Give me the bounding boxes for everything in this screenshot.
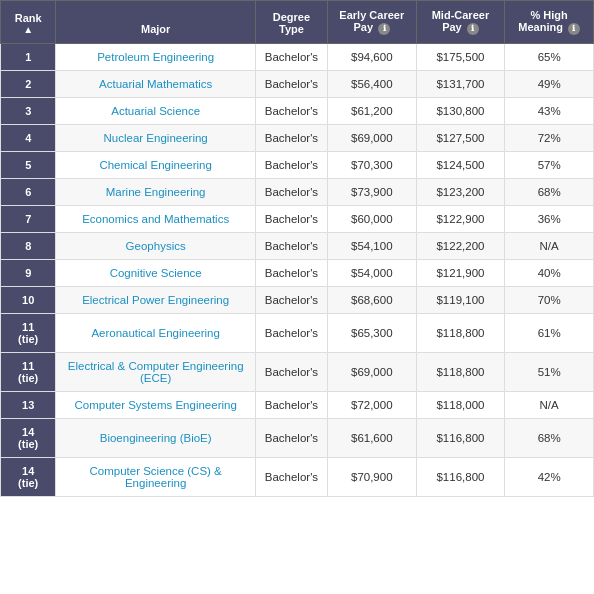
degree-type-cell: Bachelor's	[255, 206, 327, 233]
degree-type-cell: Bachelor's	[255, 260, 327, 287]
mid-career-pay-cell: $131,700	[416, 71, 505, 98]
table-row: 13Computer Systems EngineeringBachelor's…	[1, 392, 594, 419]
major-cell[interactable]: Aeronautical Engineering	[56, 314, 256, 353]
major-cell[interactable]: Computer Systems Engineering	[56, 392, 256, 419]
rank-cell: 8	[1, 233, 56, 260]
early-career-pay-cell: $70,300	[327, 152, 416, 179]
rank-cell: 10	[1, 287, 56, 314]
table-row: 8GeophysicsBachelor's$54,100$122,200N/A	[1, 233, 594, 260]
high-meaning-cell: 57%	[505, 152, 594, 179]
rank-cell: 2	[1, 71, 56, 98]
early-career-pay-cell: $68,600	[327, 287, 416, 314]
rank-cell: 13	[1, 392, 56, 419]
degree-type-cell: Bachelor's	[255, 233, 327, 260]
rank-cell: 11 (tie)	[1, 314, 56, 353]
major-cell[interactable]: Electrical Power Engineering	[56, 287, 256, 314]
rank-cell: 7	[1, 206, 56, 233]
mid-career-pay-cell: $130,800	[416, 98, 505, 125]
high-meaning-cell: 51%	[505, 353, 594, 392]
rank-cell: 14 (tie)	[1, 458, 56, 497]
degree-type-cell: Bachelor's	[255, 71, 327, 98]
mid-career-pay-cell: $118,000	[416, 392, 505, 419]
early-career-pay-cell: $54,000	[327, 260, 416, 287]
mid-career-pay-cell: $175,500	[416, 44, 505, 71]
rank-header[interactable]: Rank▲	[1, 1, 56, 44]
degree-type-cell: Bachelor's	[255, 44, 327, 71]
mid-career-pay-cell: $122,900	[416, 206, 505, 233]
table-row: 7Economics and MathematicsBachelor's$60,…	[1, 206, 594, 233]
mid-career-pay-cell: $124,500	[416, 152, 505, 179]
degree-type-cell: Bachelor's	[255, 152, 327, 179]
high-meaning-cell: 68%	[505, 419, 594, 458]
high-meaning-cell: 42%	[505, 458, 594, 497]
early-career-pay-cell: $65,300	[327, 314, 416, 353]
mid-career-pay-cell: $118,800	[416, 353, 505, 392]
high-meaning-cell: 65%	[505, 44, 594, 71]
high-meaning-cell: 40%	[505, 260, 594, 287]
table-row: 4Nuclear EngineeringBachelor's$69,000$12…	[1, 125, 594, 152]
major-cell[interactable]: Petroleum Engineering	[56, 44, 256, 71]
early-career-pay-cell: $61,600	[327, 419, 416, 458]
major-cell[interactable]: Bioengineering (BioE)	[56, 419, 256, 458]
high-meaning-cell: N/A	[505, 233, 594, 260]
rank-cell: 6	[1, 179, 56, 206]
degree-type-header: Degree Type	[255, 1, 327, 44]
high-meaning-cell: 61%	[505, 314, 594, 353]
major-cell[interactable]: Nuclear Engineering	[56, 125, 256, 152]
table-row: 3Actuarial ScienceBachelor's$61,200$130,…	[1, 98, 594, 125]
table-row: 6Marine EngineeringBachelor's$73,900$123…	[1, 179, 594, 206]
mid-career-pay-cell: $127,500	[416, 125, 505, 152]
major-cell[interactable]: Cognitive Science	[56, 260, 256, 287]
early-career-pay-cell: $69,000	[327, 353, 416, 392]
rank-cell: 3	[1, 98, 56, 125]
degree-type-cell: Bachelor's	[255, 458, 327, 497]
major-cell[interactable]: Chemical Engineering	[56, 152, 256, 179]
high-meaning-header: % High Meaning ℹ	[505, 1, 594, 44]
table-row: 2Actuarial MathematicsBachelor's$56,400$…	[1, 71, 594, 98]
mid-career-pay-cell: $119,100	[416, 287, 505, 314]
major-cell[interactable]: Actuarial Mathematics	[56, 71, 256, 98]
rank-cell: 11 (tie)	[1, 353, 56, 392]
mid-career-pay-header: Mid-Career Pay ℹ	[416, 1, 505, 44]
table-row: 5Chemical EngineeringBachelor's$70,300$1…	[1, 152, 594, 179]
table-row: 11 (tie)Electrical & Computer Engineerin…	[1, 353, 594, 392]
high-meaning-cell: N/A	[505, 392, 594, 419]
degree-type-cell: Bachelor's	[255, 419, 327, 458]
table-row: 9Cognitive ScienceBachelor's$54,000$121,…	[1, 260, 594, 287]
early-career-pay-cell: $73,900	[327, 179, 416, 206]
major-header: Major	[56, 1, 256, 44]
mid-career-pay-cell: $122,200	[416, 233, 505, 260]
high-meaning-cell: 68%	[505, 179, 594, 206]
early-career-pay-cell: $61,200	[327, 98, 416, 125]
degree-type-cell: Bachelor's	[255, 353, 327, 392]
high-meaning-cell: 72%	[505, 125, 594, 152]
early-career-pay-header: Early Career Pay ℹ	[327, 1, 416, 44]
rank-cell: 1	[1, 44, 56, 71]
table-row: 11 (tie)Aeronautical EngineeringBachelor…	[1, 314, 594, 353]
mid-career-pay-cell: $116,800	[416, 419, 505, 458]
major-cell[interactable]: Electrical & Computer Engineering (ECE)	[56, 353, 256, 392]
mid-career-pay-cell: $118,800	[416, 314, 505, 353]
salary-table: Rank▲ Major Degree Type Early Career Pay…	[0, 0, 594, 497]
major-cell[interactable]: Geophysics	[56, 233, 256, 260]
major-cell[interactable]: Economics and Mathematics	[56, 206, 256, 233]
degree-type-cell: Bachelor's	[255, 179, 327, 206]
degree-type-cell: Bachelor's	[255, 314, 327, 353]
rank-cell: 5	[1, 152, 56, 179]
high-meaning-cell: 36%	[505, 206, 594, 233]
early-career-pay-cell: $94,600	[327, 44, 416, 71]
major-cell[interactable]: Computer Science (CS) & Engineering	[56, 458, 256, 497]
early-career-pay-cell: $54,100	[327, 233, 416, 260]
mid-career-pay-cell: $123,200	[416, 179, 505, 206]
table-row: 10Electrical Power EngineeringBachelor's…	[1, 287, 594, 314]
early-career-pay-cell: $60,000	[327, 206, 416, 233]
degree-type-cell: Bachelor's	[255, 125, 327, 152]
table-row: 1Petroleum EngineeringBachelor's$94,600$…	[1, 44, 594, 71]
rank-cell: 9	[1, 260, 56, 287]
high-meaning-cell: 70%	[505, 287, 594, 314]
early-career-pay-cell: $69,000	[327, 125, 416, 152]
major-cell[interactable]: Marine Engineering	[56, 179, 256, 206]
major-cell[interactable]: Actuarial Science	[56, 98, 256, 125]
table-row: 14 (tie)Bioengineering (BioE)Bachelor's$…	[1, 419, 594, 458]
mid-career-pay-cell: $116,800	[416, 458, 505, 497]
